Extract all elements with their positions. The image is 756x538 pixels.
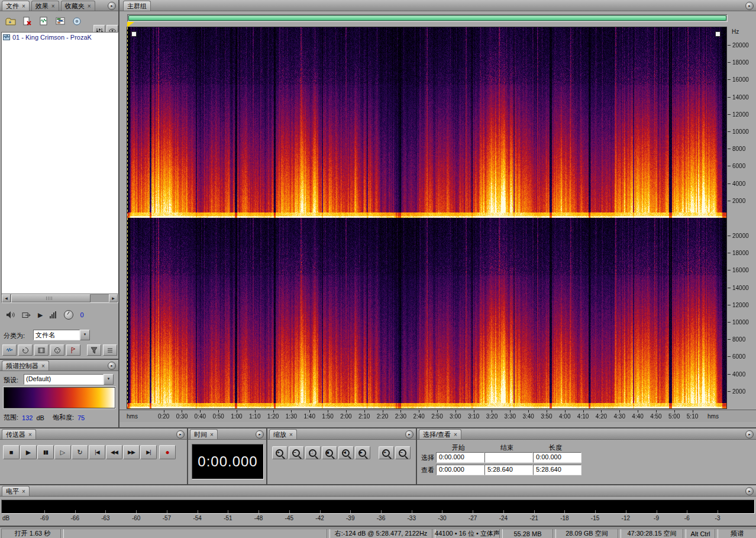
selection-length-field[interactable]: 0:00.000 — [533, 452, 581, 463]
panel-menu-button[interactable]: ▸ — [108, 362, 116, 370]
file-list[interactable]: 01 - King Crimson - ProzaK — [1, 32, 118, 295]
horizontal-scroll-track[interactable] — [127, 14, 728, 22]
tab-zoom[interactable]: 缩放 × — [269, 429, 297, 439]
scroll-left-button[interactable]: ◀ — [2, 294, 11, 302]
tab-transport[interactable]: 传送器 × — [2, 429, 36, 439]
time-ruler[interactable]: hms hms 0:200:300:400:501:001:101:201:30… — [119, 410, 756, 422]
time-display[interactable]: 0:00.000 — [192, 444, 264, 479]
stop-button[interactable]: ■ — [3, 445, 20, 459]
tab-main-group[interactable]: 主群组 — [123, 1, 151, 11]
panel-menu-button[interactable]: ▸ — [405, 430, 413, 439]
zoom-to-selection-button[interactable]: ■ — [322, 446, 337, 459]
scrollbar-track[interactable] — [91, 294, 109, 302]
close-icon[interactable]: × — [22, 3, 25, 9]
record-button[interactable]: ● — [159, 445, 176, 459]
tab-time[interactable]: 时间 × — [190, 429, 218, 439]
view-length-field[interactable]: 5:28.640 — [533, 465, 581, 475]
show-audio-files-button[interactable] — [2, 344, 17, 356]
time-tick — [309, 410, 310, 413]
range-value[interactable]: 132 — [22, 414, 33, 421]
show-loop-files-button[interactable] — [18, 344, 33, 356]
zoom-in-vertical-button[interactable]: + — [379, 446, 394, 459]
preview-volume-value[interactable]: 0 — [80, 311, 83, 318]
spectrogram-canvas[interactable] — [127, 27, 726, 408]
preview-play-button[interactable]: ▶ — [38, 311, 43, 319]
insert-cd-button[interactable] — [70, 15, 84, 28]
close-icon[interactable]: × — [28, 431, 32, 438]
panel-menu-button[interactable]: ▸ — [108, 2, 116, 10]
panel-menu-button[interactable]: ▸ — [745, 487, 754, 495]
close-icon[interactable]: × — [22, 488, 25, 495]
panel-menu-button[interactable]: ▸ — [256, 430, 264, 439]
panel-menu-button[interactable]: ▸ — [176, 430, 185, 439]
close-icon[interactable]: × — [210, 431, 214, 438]
show-video-files-button[interactable] — [34, 344, 49, 356]
zoom-out-vertical-button[interactable]: − — [395, 446, 411, 459]
zoom-modifier-glyph: □ — [308, 450, 315, 455]
close-icon[interactable]: × — [454, 431, 457, 438]
close-icon[interactable]: × — [51, 3, 55, 9]
edit-file-button[interactable] — [37, 15, 51, 28]
selection-start-marker[interactable] — [127, 22, 134, 27]
play-looped-button[interactable]: ↻ — [72, 445, 88, 459]
status-cursor-info: 右:-124 dB @ 5:28.477, 2122Hz — [327, 529, 435, 538]
preview-autoplay-button[interactable] — [22, 311, 31, 319]
tab-files[interactable]: 文件 × — [2, 1, 30, 11]
close-icon[interactable]: × — [88, 3, 91, 9]
view-end-field[interactable]: 5:28.640 — [484, 465, 533, 475]
view-start-field[interactable]: 0:00.000 — [436, 465, 484, 475]
time-tick — [565, 410, 566, 413]
zoom-left-edge-button[interactable]: ◄ — [338, 446, 354, 459]
db-tick — [595, 510, 596, 513]
chevron-down-icon[interactable]: ▼ — [80, 330, 90, 340]
horizontal-scrollbar[interactable] — [128, 15, 726, 21]
close-icon[interactable]: × — [41, 363, 45, 369]
show-midi-files-button[interactable] — [50, 344, 64, 356]
tab-effects[interactable]: 效果 × — [31, 1, 59, 11]
zoom-out-full-button[interactable]: □ — [305, 446, 321, 459]
zoom-right-edge-button[interactable]: ► — [355, 446, 370, 459]
saturation-value[interactable]: 75 — [77, 414, 85, 421]
preview-speaker-button[interactable] — [6, 311, 15, 319]
import-file-button[interactable] — [4, 15, 18, 28]
preview-volume-dial[interactable] — [64, 310, 73, 320]
panel-menu-button[interactable]: ▸ — [745, 430, 754, 439]
pause-button[interactable]: ▮▮ — [37, 445, 54, 459]
selection-start-field[interactable]: 0:00.000 — [436, 452, 484, 463]
go-to-end-button[interactable]: ▶| — [140, 445, 157, 459]
status-view-mode[interactable]: 频谱 — [715, 529, 756, 538]
fast-forward-button[interactable]: ▶▶ — [123, 445, 140, 459]
sort-dropdown[interactable]: 文件名 ▼ — [33, 330, 90, 340]
filter-button[interactable] — [87, 344, 101, 356]
tab-selection-view[interactable]: 选择/查看 × — [419, 429, 461, 439]
channel-marker-right[interactable] — [715, 31, 721, 37]
file-list-item[interactable]: 01 - King Crimson - ProzaK — [2, 33, 118, 41]
play-from-cursor-button[interactable]: ▷ — [54, 445, 71, 459]
channel-marker-left[interactable] — [131, 31, 137, 37]
close-icon[interactable]: × — [289, 431, 293, 438]
rewind-button[interactable]: ◀◀ — [106, 445, 122, 459]
go-to-beginning-button[interactable]: |◀ — [89, 445, 105, 459]
zoom-out-horizontal-button[interactable]: − — [289, 446, 304, 459]
tab-levels[interactable]: 电平 × — [2, 486, 30, 496]
show-markers-button[interactable] — [66, 344, 80, 356]
filter-options-button[interactable] — [103, 344, 117, 356]
preset-dropdown[interactable]: (Default) ▼ — [24, 374, 114, 385]
file-list-hscrollbar[interactable]: ◀ ▶ — [1, 294, 118, 303]
selection-end-field[interactable] — [484, 452, 533, 463]
db-tick-label: -36 — [372, 515, 390, 521]
db-tick — [381, 510, 382, 513]
play-button[interactable]: ▶ — [20, 445, 37, 459]
panel-menu-button[interactable]: ▸ — [745, 2, 754, 10]
insert-multitrack-button[interactable] — [53, 15, 67, 28]
zoom-in-horizontal-button[interactable]: + — [272, 446, 287, 459]
level-meter[interactable] — [1, 500, 755, 514]
close-file-button[interactable] — [20, 15, 34, 28]
scroll-right-button[interactable]: ▶ — [109, 294, 118, 302]
chevron-down-icon[interactable]: ▼ — [104, 374, 114, 385]
tab-spectral-controls[interactable]: 频谱控制器 × — [2, 360, 49, 371]
tab-favorites[interactable]: 收藏夹 × — [61, 1, 95, 11]
spectral-palette-gradient[interactable] — [4, 387, 115, 408]
scrollbar-thumb[interactable] — [11, 294, 91, 302]
playhead[interactable] — [127, 27, 128, 408]
